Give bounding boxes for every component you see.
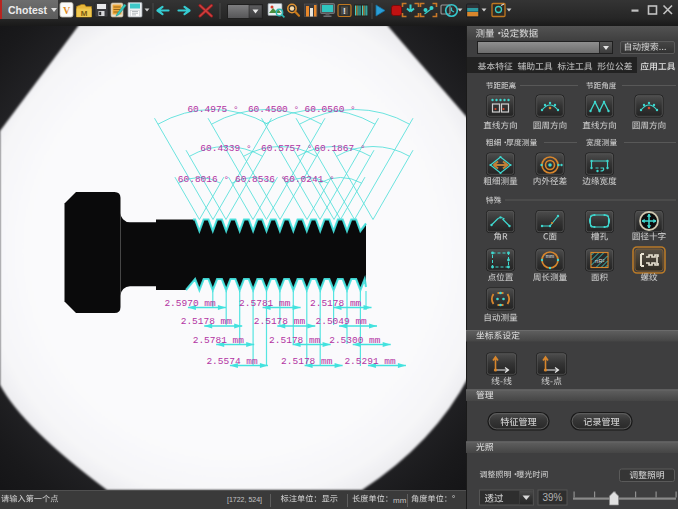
svg-text:2.5049 mm: 2.5049 mm [316,316,368,327]
svg-text:60.4500 °: 60.4500 ° [248,104,299,115]
svg-text:60.0241 °: 60.0241 ° [284,174,335,185]
svg-text:2.5970 mm: 2.5970 mm [164,298,216,309]
svg-text:2.5781 mm: 2.5781 mm [193,335,245,346]
svg-text:60.4975 °: 60.4975 ° [187,104,238,115]
svg-text:60.5757 °: 60.5757 ° [261,143,312,154]
svg-text:2.5300 mm: 2.5300 mm [329,335,381,346]
svg-text:2.5178 mm: 2.5178 mm [254,316,306,327]
svg-text:2.5178 mm: 2.5178 mm [281,356,333,367]
svg-text:V: V [63,5,71,16]
svg-text:60.1867 °: 60.1867 ° [314,143,365,154]
svg-text:!: ! [343,6,346,16]
svg-text:60.4339 °: 60.4339 ° [200,143,251,154]
svg-text:60.8536 °: 60.8536 ° [235,174,286,185]
svg-text:2.5178 mm: 2.5178 mm [310,298,362,309]
svg-text:M: M [81,9,88,18]
svg-text:2.5781 mm: 2.5781 mm [239,298,291,309]
svg-text:2.5574 mm: 2.5574 mm [206,356,258,367]
svg-text:60.0560 °: 60.0560 ° [305,104,356,115]
svg-text:60.8016 °: 60.8016 ° [178,174,229,185]
svg-text:2.5178 mm: 2.5178 mm [181,316,233,327]
svg-text:2.5178 mm: 2.5178 mm [269,335,321,346]
svg-text:2.5291 mm: 2.5291 mm [344,356,396,367]
